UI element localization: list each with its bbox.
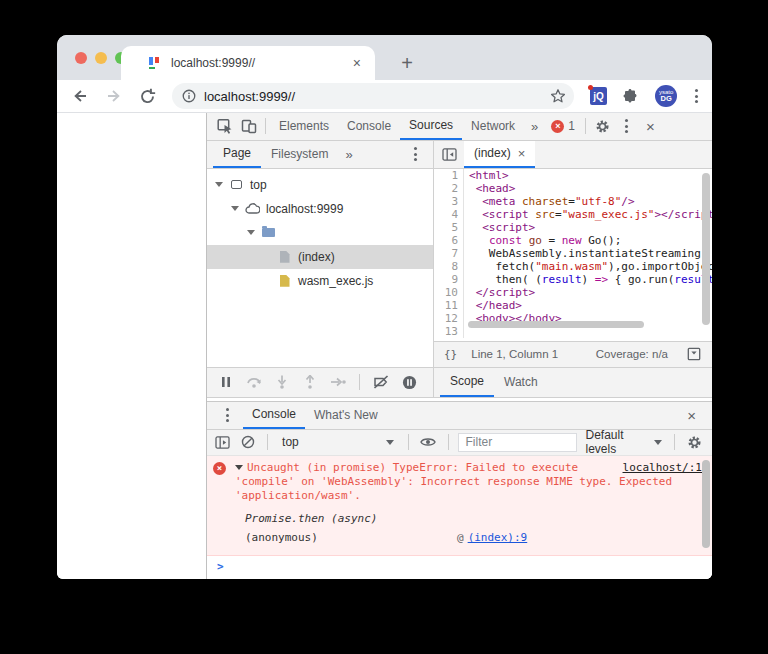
new-tab-button[interactable]: +: [393, 49, 421, 77]
panel-tab-network[interactable]: Network: [462, 113, 524, 140]
address-bar[interactable]: localhost:9999//: [172, 83, 574, 109]
tab-close-icon[interactable]: ×: [351, 56, 363, 70]
console-prompt[interactable]: >: [207, 556, 712, 578]
back-icon[interactable]: [71, 88, 89, 104]
code-line-11[interactable]: 11 </head>: [434, 299, 712, 312]
line-number[interactable]: 2: [434, 182, 464, 195]
side-tab-watch[interactable]: Watch: [494, 368, 548, 397]
debugger-side-tabbar: ScopeWatch: [434, 367, 712, 398]
deactivate-breakpoints-icon[interactable]: [370, 371, 392, 393]
code-editor[interactable]: 1<html>2 <head>3 <meta charset="utf-8"/>…: [434, 169, 712, 341]
line-number[interactable]: 1: [434, 169, 464, 182]
browser-tab[interactable]: localhost:9999// ×: [121, 46, 375, 80]
pretty-print-icon[interactable]: {}: [444, 348, 457, 361]
line-number[interactable]: 11: [434, 299, 464, 312]
devtools-menu-kebab-icon[interactable]: [614, 113, 638, 139]
reload-icon[interactable]: [139, 88, 156, 105]
divider: [267, 434, 268, 450]
drawer-close-button[interactable]: ×: [679, 407, 704, 424]
step-icon[interactable]: [327, 371, 349, 393]
tree-item-folder[interactable]: [207, 221, 433, 245]
code-line-3[interactable]: 3 <meta charset="utf-8"/>: [434, 195, 712, 208]
editor-vertical-scrollbar[interactable]: [702, 173, 710, 325]
panel-tab-elements[interactable]: Elements: [270, 113, 338, 140]
side-tab-scope[interactable]: Scope: [440, 368, 494, 397]
code-line-7[interactable]: 7 WebAssembly.instantiateStreaming(: [434, 247, 712, 260]
expand-triangle-icon[interactable]: [235, 465, 243, 470]
console-filter-input[interactable]: [458, 433, 577, 452]
pause-script-icon[interactable]: [215, 371, 237, 393]
code-line-1[interactable]: 1<html>: [434, 169, 712, 182]
tree-item-localhost-9999[interactable]: localhost:9999: [207, 197, 433, 221]
editor-horizontal-scrollbar[interactable]: [468, 321, 644, 328]
close-window-button[interactable]: [75, 52, 87, 64]
devtools-close-button[interactable]: ×: [638, 118, 663, 135]
editor-tab-index[interactable]: (index) ×: [464, 141, 535, 168]
step-out-icon[interactable]: [299, 371, 321, 393]
inspect-element-icon[interactable]: [213, 113, 237, 139]
device-toolbar-icon[interactable]: [237, 113, 261, 139]
code-line-8[interactable]: 8 fetch("main.wasm"),go.importObject).: [434, 260, 712, 273]
code-line-6[interactable]: 6 const go = new Go();: [434, 234, 712, 247]
line-number[interactable]: 7: [434, 247, 464, 260]
code-line-5[interactable]: 5 <script>: [434, 221, 712, 234]
navigator-more-chevron-icon[interactable]: »: [338, 147, 359, 162]
log-levels-selector[interactable]: Default levels: [583, 428, 664, 456]
navigator-tab-page[interactable]: Page: [213, 141, 261, 168]
tree-item-top[interactable]: top: [207, 173, 433, 197]
code-line-10[interactable]: 10 </script>: [434, 286, 712, 299]
console-settings-gear-icon[interactable]: [685, 429, 704, 455]
expand-triangle-icon[interactable]: [231, 206, 239, 211]
line-number[interactable]: 5: [434, 221, 464, 234]
context-label: top: [282, 435, 299, 449]
line-number[interactable]: 4: [434, 208, 464, 221]
jquery-extension-icon[interactable]: jQ: [590, 87, 608, 105]
minimize-window-button[interactable]: [95, 52, 107, 64]
forward-icon[interactable]: [105, 88, 123, 104]
panel-tab-sources[interactable]: Sources: [400, 113, 462, 140]
editor-tab-close-icon[interactable]: ×: [518, 146, 526, 161]
console-drawer: ConsoleWhat's New × top: [207, 401, 712, 579]
error-source-link[interactable]: localhost/:1: [623, 461, 702, 475]
page-viewport[interactable]: [57, 113, 207, 579]
tree-item-wasm-exec-js[interactable]: wasm_exec.js: [207, 269, 433, 293]
step-over-icon[interactable]: [243, 371, 265, 393]
error-count-badge[interactable]: × 1: [545, 119, 581, 133]
navigator-menu-kebab-icon[interactable]: [403, 141, 427, 167]
line-number[interactable]: 10: [434, 286, 464, 299]
stack-location-link[interactable]: (index):9: [468, 531, 528, 545]
bookmark-star-icon[interactable]: [550, 88, 566, 104]
console-scrollbar[interactable]: [702, 460, 710, 548]
navigator-tab-filesystem[interactable]: Filesystem: [261, 141, 338, 168]
code-line-9[interactable]: 9 then( (result) => { go.run(result.inst…: [434, 273, 712, 286]
line-number[interactable]: 12: [434, 312, 464, 325]
settings-gear-icon[interactable]: [590, 113, 614, 139]
profile-avatar[interactable]: ysato DG: [655, 85, 677, 107]
tree-item-index[interactable]: (index): [207, 245, 433, 269]
show-drawer-icon[interactable]: [682, 341, 706, 367]
more-panels-chevron-icon[interactable]: »: [524, 119, 545, 134]
live-expression-eye-icon[interactable]: [419, 429, 438, 455]
clear-console-icon[interactable]: [238, 429, 257, 455]
expand-triangle-icon[interactable]: [247, 230, 255, 235]
extensions-puzzle-icon[interactable]: [623, 88, 639, 104]
line-number[interactable]: 6: [434, 234, 464, 247]
drawer-tab-what-s-new[interactable]: What's New: [305, 402, 387, 429]
line-number[interactable]: 9: [434, 273, 464, 286]
browser-menu-kebab-icon[interactable]: [693, 87, 700, 105]
code-line-4[interactable]: 4 <script src="wasm_exec.js"></script>: [434, 208, 712, 221]
step-into-icon[interactable]: [271, 371, 293, 393]
drawer-tab-console[interactable]: Console: [243, 402, 305, 429]
console-sidebar-icon[interactable]: [213, 429, 232, 455]
pause-on-exceptions-icon[interactable]: [398, 371, 420, 393]
panel-tab-console[interactable]: Console: [338, 113, 400, 140]
line-number[interactable]: 3: [434, 195, 464, 208]
hide-navigator-icon[interactable]: [434, 141, 464, 168]
context-selector[interactable]: top: [278, 435, 398, 449]
site-info-icon[interactable]: [182, 89, 196, 103]
drawer-menu-kebab-icon[interactable]: [215, 402, 239, 428]
code-line-2[interactable]: 2 <head>: [434, 182, 712, 195]
line-number[interactable]: 13: [434, 325, 464, 338]
expand-triangle-icon[interactable]: [215, 182, 223, 187]
line-number[interactable]: 8: [434, 260, 464, 273]
